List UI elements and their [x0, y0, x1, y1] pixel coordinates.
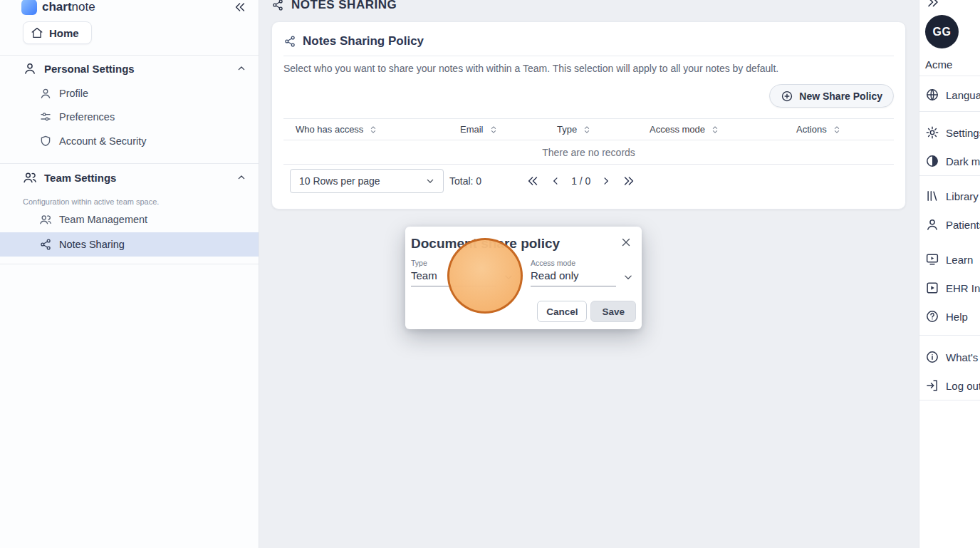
- avatar[interactable]: GG: [925, 15, 959, 48]
- team-settings-section-header[interactable]: Team Settings: [0, 166, 259, 189]
- menu-item-help[interactable]: Help: [919, 306, 980, 327]
- access-mode-select[interactable]: Read only: [531, 269, 635, 286]
- menu-item-learn[interactable]: Learn: [919, 249, 980, 270]
- pagination-bar: 10 Rows per page Total: 0 1 / 0: [283, 169, 894, 193]
- sidebar-item-preferences[interactable]: Preferences: [0, 105, 259, 128]
- menu-item-language[interactable]: Language: [919, 84, 980, 105]
- divider: [919, 400, 980, 400]
- column-who-has-access: Who has access: [283, 124, 448, 135]
- menu-label: Patients: [946, 219, 980, 231]
- menu-item-settings[interactable]: Settings: [919, 122, 980, 143]
- close-icon[interactable]: [620, 236, 632, 249]
- page-header: NOTES SHARING: [271, 0, 397, 15]
- preferences-label: Preferences: [59, 111, 115, 123]
- access-mode-value: Read only: [531, 269, 616, 286]
- menu-item-library[interactable]: Library: [919, 185, 980, 207]
- profile-label: Profile: [59, 88, 88, 99]
- menu-label: Dark mode: [946, 155, 980, 167]
- cancel-button[interactable]: Cancel: [537, 301, 587, 322]
- column-actions: Actions: [784, 124, 894, 135]
- home-label: Home: [49, 27, 79, 39]
- chartnote-logo-icon: [21, 0, 37, 15]
- library-icon: [925, 189, 939, 203]
- chevron-up-icon[interactable]: [236, 172, 247, 183]
- menu-label: Settings: [946, 127, 980, 139]
- personal-settings-section-header[interactable]: Personal Settings: [0, 57, 259, 80]
- new-share-policy-button[interactable]: New Share Policy: [769, 84, 894, 108]
- menu-item-dark-mode[interactable]: Dark mode: [919, 150, 980, 172]
- gear-icon: [925, 125, 939, 140]
- prev-page-button[interactable]: [549, 175, 562, 187]
- menu-item-ehr-integration[interactable]: EHR Integration: [919, 277, 980, 299]
- empty-table-row: There are no records: [283, 140, 894, 165]
- divider: [0, 264, 259, 264]
- sidebar-item-profile[interactable]: Profile: [0, 81, 259, 105]
- ehr-integration-icon: [925, 281, 939, 295]
- profile-icon: [39, 87, 52, 100]
- org-name[interactable]: Acme: [925, 58, 952, 71]
- card-description: Select who you want to share your notes …: [283, 63, 894, 75]
- access-mode-label: Access mode: [531, 259, 635, 267]
- sort-icon[interactable]: [582, 125, 592, 135]
- column-label: Actions: [796, 124, 827, 135]
- chevron-down-icon: [622, 271, 635, 284]
- sort-icon[interactable]: [710, 125, 720, 135]
- personal-settings-icon: [23, 61, 37, 76]
- click-indicator: [447, 238, 523, 314]
- menu-label: Log out: [946, 380, 980, 392]
- card-title-row: Notes Sharing Policy: [283, 33, 894, 49]
- log-out-icon: [925, 378, 939, 393]
- rows-per-page-select[interactable]: 10 Rows per page: [290, 169, 444, 193]
- sidebar-item-notes-sharing[interactable]: Notes Sharing: [0, 232, 259, 257]
- column-label: Type: [557, 124, 577, 135]
- sort-icon[interactable]: [368, 125, 378, 135]
- team-settings-icon: [23, 170, 37, 185]
- menu-label: Help: [946, 311, 968, 323]
- menu-item-patients[interactable]: Patients: [919, 214, 980, 235]
- sort-icon[interactable]: [832, 125, 842, 135]
- collapse-left-sidebar-icon[interactable]: [233, 0, 247, 14]
- account-security-label: Account & Security: [59, 135, 147, 147]
- right-sidebar: GG Acme Language Settings Dark mode Libr…: [919, 0, 980, 548]
- menu-item-whats-new[interactable]: What's new: [919, 346, 980, 368]
- dark-mode-icon: [925, 154, 939, 168]
- shield-icon: [39, 135, 52, 148]
- column-email: Email: [448, 124, 545, 135]
- next-page-button[interactable]: [600, 175, 612, 187]
- last-page-button[interactable]: [622, 174, 636, 188]
- column-label: Access mode: [650, 124, 705, 135]
- save-button[interactable]: Save: [590, 301, 636, 322]
- share-icon: [283, 35, 296, 48]
- menu-label: Library: [946, 190, 979, 202]
- sidebar-item-team-management[interactable]: Team Management: [0, 207, 259, 231]
- preferences-icon: [39, 110, 52, 123]
- pager: 1 / 0: [526, 174, 636, 188]
- empty-message: There are no records: [542, 147, 635, 158]
- home-button[interactable]: Home: [23, 21, 92, 44]
- column-type: Type: [545, 124, 637, 135]
- help-icon: [925, 309, 939, 324]
- first-page-button[interactable]: [526, 174, 540, 188]
- menu-item-log-out[interactable]: Log out: [919, 375, 980, 396]
- table-header: Who has access Email Type Access mode Ac…: [283, 118, 894, 140]
- personal-settings-label: Personal Settings: [44, 63, 229, 75]
- menu-label: What's new: [946, 351, 980, 363]
- menu-label: EHR Integration: [946, 282, 980, 294]
- chevron-up-icon[interactable]: [236, 63, 247, 74]
- collapse-right-sidebar-icon[interactable]: [925, 0, 941, 10]
- divider: [919, 111, 980, 112]
- divider: [283, 56, 894, 56]
- sidebar-item-account-security[interactable]: Account & Security: [0, 129, 259, 152]
- notes-sharing-label: Notes Sharing: [59, 239, 125, 250]
- team-settings-label: Team Settings: [44, 172, 229, 184]
- column-label: Email: [460, 124, 484, 135]
- team-management-icon: [39, 213, 52, 226]
- learn-icon: [925, 252, 939, 267]
- sort-icon[interactable]: [489, 125, 499, 135]
- logo-light-text: note: [72, 0, 95, 14]
- globe-icon: [925, 88, 939, 102]
- info-icon: [925, 350, 939, 364]
- divider: [919, 76, 980, 76]
- plus-circle-icon: [781, 90, 793, 103]
- app-logo: chartnote: [42, 0, 95, 14]
